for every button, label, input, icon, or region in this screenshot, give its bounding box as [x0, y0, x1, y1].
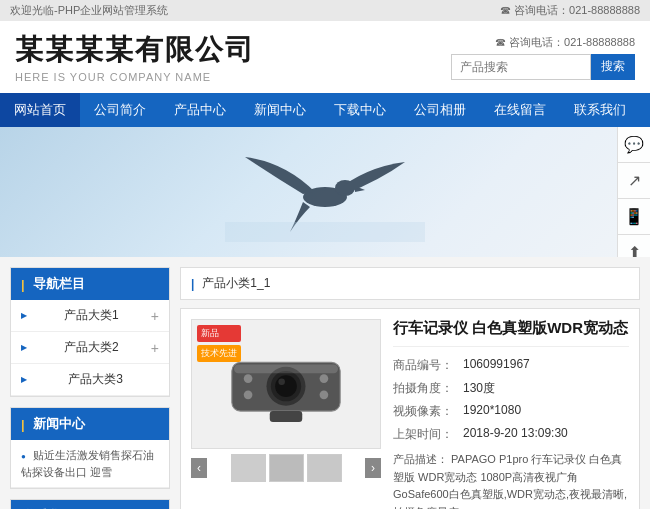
header: 某某某某有限公司 HERE IS YOUR COMPANY NAME ☎ 咨询电…: [0, 21, 650, 93]
right-content: 产品小类1_1 新品 技术先进: [180, 267, 640, 509]
nav-item-message[interactable]: 在线留言: [480, 93, 560, 127]
side-icon-share[interactable]: ↗: [618, 163, 650, 199]
main-nav: 网站首页 公司简介 产品中心 新闻中心 下载中心 公司相册 在线留言 联系我们: [0, 93, 650, 127]
search-button[interactable]: 搜索: [591, 54, 635, 80]
product-images: 新品 技术先进: [191, 319, 381, 509]
logo-subtitle: HERE IS YOUR COMPANY NAME: [15, 71, 255, 83]
product-angle-row: 拍摄角度： 130度: [393, 380, 629, 397]
top-bar: 欢迎光临-PHP企业网站管理系统 ☎ 咨询电话：021-88888888: [0, 0, 650, 21]
logo-area: 某某某某有限公司 HERE IS YOUR COMPANY NAME: [15, 31, 255, 83]
sidebar-contact-header: 联系我们 CONTACT US: [11, 500, 169, 509]
sidebar-news-section: 新闻中心 贴近生活激发销售探石油钻探设备出口 迎雪: [10, 407, 170, 489]
top-bar-left: 欢迎光临-PHP企业网站管理系统: [10, 3, 168, 18]
search-box: 搜索: [451, 54, 635, 80]
product-description: 产品描述： PAPAGO P1pro 行车记录仪 白色真塑版 WDR宽动态 10…: [393, 451, 629, 509]
thumb-1[interactable]: [231, 454, 266, 482]
svg-point-8: [275, 375, 297, 397]
svg-rect-3: [225, 222, 425, 242]
breadcrumb: 产品小类1_1: [180, 267, 640, 300]
svg-point-11: [244, 391, 253, 400]
search-input[interactable]: [451, 54, 591, 80]
thumb-3[interactable]: [307, 454, 342, 482]
svg-point-12: [320, 374, 329, 383]
breadcrumb-text: 产品小类1_1: [202, 275, 270, 292]
thumb-2[interactable]: [269, 454, 304, 482]
side-icon-chat[interactable]: 💬: [618, 127, 650, 163]
product-time-label: 上架时间：: [393, 426, 463, 443]
label-new: 新品: [197, 325, 241, 342]
side-icon-phone[interactable]: 📱: [618, 199, 650, 235]
nav-item-products[interactable]: 产品中心: [160, 93, 240, 127]
header-right: ☎ 咨询电话：021-88888888 搜索: [451, 35, 635, 80]
news-item-1[interactable]: 贴近生活激发销售探石油钻探设备出口 迎雪: [11, 440, 169, 488]
product-angle-label: 拍摄角度：: [393, 380, 463, 397]
top-bar-right: ☎ 咨询电话：021-88888888: [500, 3, 640, 18]
svg-point-9: [278, 379, 285, 386]
nav-item-download[interactable]: 下载中心: [320, 93, 400, 127]
logo-title: 某某某某有限公司: [15, 31, 255, 69]
product-time-value: 2018-9-20 13:09:30: [463, 426, 568, 443]
sidebar-cat-1-expand[interactable]: +: [151, 308, 159, 324]
prev-image-button[interactable]: ‹: [191, 458, 207, 478]
product-detail: 新品 技术先进: [180, 308, 640, 509]
news-item-1-text: 贴近生活激发销售探石油钻探设备出口 迎雪: [21, 449, 154, 478]
sidebar-contact-section: 联系我们 CONTACT US 联系人：Admin 手机：13888888888…: [10, 499, 170, 509]
hero-banner: 💬 ↗ 📱 ⬆: [0, 127, 650, 257]
label-tech: 技术先进: [197, 345, 241, 362]
main-content: 导航栏目 产品大类1 + 产品大类2 + 产品大类3 新闻中心 贴近生活激发销售…: [0, 257, 650, 509]
side-icon-top[interactable]: ⬆: [618, 235, 650, 257]
sidebar-cat-1-label: 产品大类1: [64, 307, 119, 324]
eagle-image: [225, 142, 425, 242]
product-no-label: 商品编号：: [393, 357, 463, 374]
product-resolution-row: 视频像素： 1920*1080: [393, 403, 629, 420]
product-no-row: 商品编号： 1060991967: [393, 357, 629, 374]
next-image-button[interactable]: ›: [365, 458, 381, 478]
thumb-strip: [231, 454, 342, 482]
product-info: 行车记录仪 白色真塑版WDR宽动态 商品编号： 1060991967 拍摄角度：…: [393, 319, 629, 509]
product-time-row: 上架时间： 2018-9-20 13:09:30: [393, 426, 629, 443]
sidebar-cat-3-label: 产品大类3: [68, 371, 123, 388]
sidebar-cat-2[interactable]: 产品大类2 +: [11, 332, 169, 364]
nav-item-home[interactable]: 网站首页: [0, 93, 80, 127]
product-desc-label: 产品描述：: [393, 453, 448, 465]
sidebar-news-header: 新闻中心: [11, 408, 169, 440]
sidebar-cat-3[interactable]: 产品大类3: [11, 364, 169, 396]
sidebar-cat-2-label: 产品大类2: [64, 339, 119, 356]
product-resolution-value: 1920*1080: [463, 403, 521, 420]
svg-rect-15: [234, 365, 338, 374]
sidebar: 导航栏目 产品大类1 + 产品大类2 + 产品大类3 新闻中心 贴近生活激发销售…: [10, 267, 170, 509]
sidebar-cat-2-expand[interactable]: +: [151, 340, 159, 356]
nav-item-album[interactable]: 公司相册: [400, 93, 480, 127]
product-main-image: 新品 技术先进: [191, 319, 381, 449]
image-labels: 新品 技术先进: [197, 325, 241, 362]
sidebar-cat-1[interactable]: 产品大类1 +: [11, 300, 169, 332]
nav-item-contact[interactable]: 联系我们: [560, 93, 640, 127]
product-angle-value: 130度: [463, 380, 495, 397]
svg-point-10: [244, 374, 253, 383]
product-resolution-label: 视频像素：: [393, 403, 463, 420]
svg-point-13: [320, 391, 329, 400]
product-title: 行车记录仪 白色真塑版WDR宽动态: [393, 319, 629, 347]
sidebar-nav-section: 导航栏目 产品大类1 + 产品大类2 + 产品大类3: [10, 267, 170, 397]
phone-display: ☎ 咨询电话：021-88888888: [495, 35, 635, 50]
svg-rect-14: [270, 411, 303, 422]
product-no-value: 1060991967: [463, 357, 530, 374]
sidebar-nav-header: 导航栏目: [11, 268, 169, 300]
nav-item-about[interactable]: 公司简介: [80, 93, 160, 127]
nav-item-news[interactable]: 新闻中心: [240, 93, 320, 127]
image-nav: ‹ ›: [191, 454, 381, 482]
side-floating-icons: 💬 ↗ 📱 ⬆: [617, 127, 650, 257]
